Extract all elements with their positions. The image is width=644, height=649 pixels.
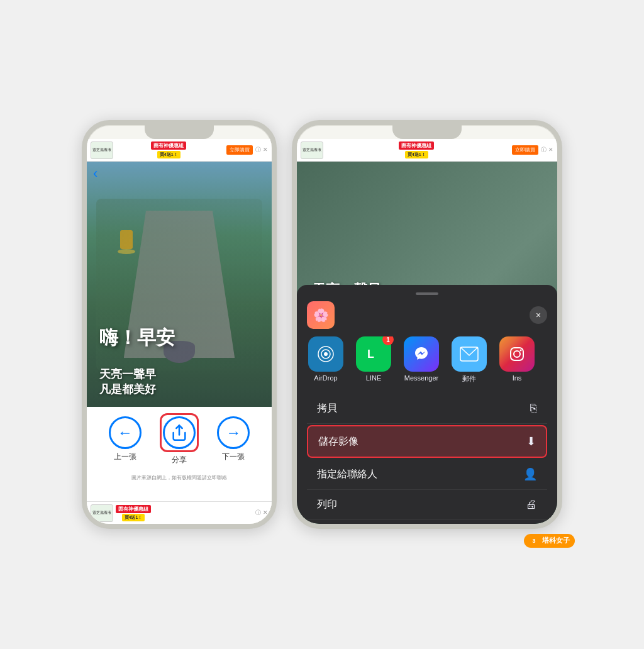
- mail-app-item[interactable]: 郵件: [450, 336, 488, 384]
- next-button[interactable]: → 下一張: [217, 416, 250, 462]
- assign-contact-menu-item[interactable]: 指定給聯絡人 👤: [307, 459, 547, 490]
- messenger-svg-icon: [412, 345, 431, 363]
- line-app-item[interactable]: L 1 LINE: [355, 336, 392, 384]
- instagram-icon: [499, 336, 535, 372]
- mail-svg-icon: [460, 347, 479, 362]
- navigation-bar: ← 上一張 分享: [87, 407, 272, 472]
- line-badge: 1: [382, 336, 394, 345]
- right-phone: 靈芝滋養液 囲有神優惠組 買4送1！ 立即購買 ⓘ ✕ 天亮一聲早 凡: [292, 120, 562, 529]
- mail-icon: [452, 336, 487, 372]
- image-line2: 天亮一聲早: [99, 367, 259, 382]
- bottom-ad-logo: 靈芝滋養液: [91, 504, 113, 522]
- messenger-app-item[interactable]: Messenger: [402, 336, 440, 384]
- sheet-close-button[interactable]: ×: [530, 306, 547, 324]
- next-label: 下一張: [222, 452, 245, 462]
- print-label: 列印: [317, 498, 337, 511]
- sheet-app-icon: 🌸: [307, 301, 335, 329]
- ad-title: 囲有神優惠組: [151, 141, 186, 150]
- prev-label: 上一張: [114, 452, 136, 462]
- prev-icon: ←: [109, 416, 142, 449]
- save-image-menu-item[interactable]: 儲存影像 ⬇: [307, 425, 547, 458]
- svg-point-8: [520, 350, 522, 352]
- share-label: 分享: [172, 455, 187, 465]
- print-icon: 🖨: [526, 498, 537, 511]
- svg-point-3: [324, 352, 328, 356]
- image-line3: 凡是都美好: [99, 382, 259, 397]
- airdrop-icon: [308, 336, 343, 372]
- image-caption: 圖片來源自網上，如有版權問題請立即聯絡: [87, 472, 272, 484]
- mail-label: 郵件: [462, 374, 476, 384]
- airdrop-label: AirDrop: [314, 374, 337, 382]
- svg-point-7: [514, 351, 520, 357]
- ad-close-btn[interactable]: ⓘ ✕: [255, 146, 268, 154]
- top-ad-banner[interactable]: 靈芝滋養液 囲有神優惠組 買4送1！ 立即購買 ⓘ ✕: [87, 139, 272, 162]
- ad-promo: 買4送1！: [157, 151, 180, 158]
- right-notch: [392, 125, 462, 139]
- share-icon-circle: [163, 416, 196, 449]
- right-ad-title: 囲有神優惠組: [399, 141, 434, 150]
- right-ad-close[interactable]: ⓘ ✕: [541, 146, 553, 154]
- instagram-label: Ins: [513, 374, 522, 382]
- instagram-app-item[interactable]: Ins: [498, 336, 536, 384]
- line-icon: L 1: [356, 336, 391, 372]
- messenger-label: Messenger: [404, 374, 438, 382]
- assign-contact-icon: 👤: [523, 467, 537, 481]
- back-button[interactable]: ‹: [93, 165, 97, 182]
- prev-button[interactable]: ← 上一張: [109, 416, 142, 462]
- right-top-ad-banner[interactable]: 靈芝滋養液 囲有神優惠組 買4送1！ 立即購買 ⓘ ✕: [297, 139, 557, 162]
- copy-menu-item[interactable]: 拷貝 ⎘: [307, 394, 547, 424]
- svg-text:L: L: [367, 348, 374, 360]
- next-icon: →: [217, 416, 250, 449]
- instagram-svg-icon: [508, 345, 526, 363]
- bottom-ad-banner[interactable]: 靈芝滋養液 囲有神優惠組 買4送1！ ⓘ ✕: [87, 501, 272, 524]
- copy-label: 拷貝: [317, 402, 337, 415]
- watermark-text: 塔科女子: [542, 536, 570, 544]
- main-image: 嗨！早安 天亮一聲早 凡是都美好: [87, 162, 272, 407]
- notch: [145, 125, 214, 139]
- ad-logo: 靈芝滋養液: [91, 141, 113, 159]
- print-menu-item[interactable]: 列印 🖨: [307, 490, 547, 520]
- right-ad-logo: 靈芝滋養液: [301, 141, 323, 159]
- right-ad-promo: 買4送1！: [405, 151, 428, 158]
- sheet-header: 🌸 ×: [307, 301, 547, 329]
- save-image-label: 儲存影像: [318, 435, 358, 448]
- airdrop-svg-icon: [316, 345, 335, 363]
- assign-contact-label: 指定給聯絡人: [317, 468, 377, 481]
- onescreen-menu-item[interactable]: OneScreen Quickly 📄: [307, 520, 547, 524]
- share-highlight-box: [160, 413, 199, 452]
- ad-cta[interactable]: 立即購買: [226, 145, 253, 155]
- watermark: 3 塔科女子: [524, 534, 575, 548]
- line-label: LINE: [366, 374, 381, 382]
- image-line1: 嗨！早安: [99, 327, 259, 348]
- share-sheet: 🌸 × Air: [297, 285, 557, 524]
- left-phone: 靈芝滋養液 囲有神優惠組 買4送1！ 立即購買 ⓘ ✕ ‹: [82, 120, 277, 529]
- app-share-row: AirDrop L 1 LINE: [307, 336, 547, 391]
- bottom-ad-title: 囲有神優惠組: [116, 505, 151, 513]
- menu-items-container: 拷貝 ⎘ 儲存影像 ⬇ 指定給聯絡人 👤 列印 🖨: [307, 394, 547, 524]
- share-button[interactable]: 分享: [160, 413, 199, 465]
- messenger-icon: [404, 336, 439, 372]
- line-svg-icon: L: [364, 344, 384, 364]
- sheet-handle: [416, 292, 438, 295]
- bottom-ad-promo: 買4送1！: [122, 514, 145, 521]
- airdrop-app-item[interactable]: AirDrop: [307, 336, 345, 384]
- bottom-ad-close[interactable]: ⓘ ✕: [255, 509, 268, 517]
- watermark-circle: 3: [529, 536, 539, 546]
- save-image-icon: ⬇: [526, 435, 536, 448]
- right-ad-cta[interactable]: 立即購買: [512, 145, 538, 155]
- share-icon: [170, 424, 188, 441]
- right-phone-content: 天亮一聲早 凡是都美好 🌸 ×: [297, 162, 557, 524]
- image-text-overlay: 嗨！早安 天亮一聲早 凡是都美好: [87, 162, 272, 407]
- phone-content: ‹ 嗨！早安 天亮一聲早 凡是都美好: [87, 162, 272, 524]
- copy-icon: ⎘: [530, 402, 537, 415]
